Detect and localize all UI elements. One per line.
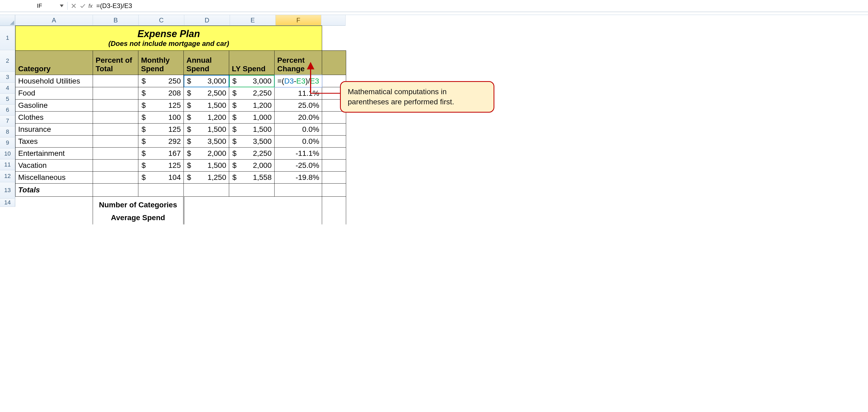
cell-C4[interactable]: $208 bbox=[138, 87, 184, 100]
cell-C11[interactable]: $104 bbox=[138, 171, 184, 183]
cell-A11[interactable]: Miscellaneous bbox=[16, 171, 93, 183]
cell-C5[interactable]: $125 bbox=[138, 99, 184, 111]
cell-F10[interactable]: -25.0% bbox=[275, 159, 322, 171]
cell-F9[interactable]: -11.1% bbox=[275, 147, 322, 159]
cell-A7[interactable]: Insurance bbox=[16, 123, 93, 135]
cell-B3[interactable] bbox=[93, 75, 138, 87]
cell-E7[interactable]: $1,500 bbox=[229, 123, 275, 135]
row-header-12[interactable]: 12 bbox=[0, 170, 15, 182]
row-header-8[interactable]: 8 bbox=[0, 127, 15, 137]
cell-D6[interactable]: $1,200 bbox=[184, 111, 229, 123]
cell-E8[interactable]: $3,500 bbox=[229, 135, 275, 147]
row-header-2[interactable]: 2 bbox=[0, 50, 15, 72]
title-sub: (Does not include mortgage and car) bbox=[16, 39, 321, 49]
row-header-10[interactable]: 10 bbox=[0, 148, 15, 159]
cell-A4[interactable]: Food bbox=[16, 87, 93, 100]
cell-F3[interactable]: =(D3-E3)/E3 bbox=[275, 75, 322, 87]
col-header-percent-total[interactable]: Percent of Total bbox=[93, 51, 138, 75]
row-header-13[interactable]: 13 bbox=[0, 182, 15, 199]
cell-C8[interactable]: $292 bbox=[138, 135, 184, 147]
cell-A10[interactable]: Vacation bbox=[16, 159, 93, 171]
cell-D9[interactable]: $2,000 bbox=[184, 147, 229, 159]
cancel-formula-button[interactable] bbox=[69, 1, 78, 10]
row-header-4[interactable]: 4 bbox=[0, 83, 15, 94]
title-main: Expense Plan bbox=[16, 27, 321, 39]
row-header-3[interactable]: 3 bbox=[0, 72, 15, 83]
row-header-6[interactable]: 6 bbox=[0, 105, 15, 115]
cell-F8[interactable]: 0.0% bbox=[275, 135, 322, 147]
totals-label[interactable]: Totals bbox=[16, 183, 93, 196]
cell-C9[interactable]: $167 bbox=[138, 147, 184, 159]
cell-D10[interactable]: $1,500 bbox=[184, 159, 229, 171]
col-header-pct-change[interactable]: Percent Change bbox=[275, 51, 322, 75]
cell-D11[interactable]: $1,250 bbox=[184, 171, 229, 183]
col-header-monthly[interactable]: Monthly Spend bbox=[138, 51, 184, 75]
row-header-7[interactable]: 7 bbox=[0, 115, 15, 127]
cell-E3[interactable]: $3,000 bbox=[229, 75, 275, 87]
cell-D7[interactable]: $1,500 bbox=[184, 123, 229, 135]
totals-D[interactable] bbox=[184, 183, 229, 196]
cell-E4[interactable]: $2,250 bbox=[229, 87, 275, 100]
cell-B10[interactable] bbox=[93, 159, 138, 171]
cell-C3[interactable]: $250 bbox=[138, 75, 184, 87]
cell-B9[interactable] bbox=[93, 147, 138, 159]
title-merged-cell[interactable]: Expense Plan (Does not include mortgage … bbox=[16, 26, 322, 51]
col-header-ly[interactable]: LY Spend bbox=[229, 51, 275, 75]
cell-F11[interactable]: -19.8% bbox=[275, 171, 322, 183]
cell-F7[interactable]: 0.0% bbox=[275, 123, 322, 135]
cell-D4[interactable]: $2,500 bbox=[184, 87, 229, 100]
cell-E10[interactable]: $2,000 bbox=[229, 159, 275, 171]
column-header-B[interactable]: B bbox=[93, 15, 138, 26]
cell-D5[interactable]: $1,500 bbox=[184, 99, 229, 111]
column-header-extra[interactable] bbox=[321, 15, 346, 26]
col-header-annual[interactable]: Annual Spend bbox=[184, 51, 229, 75]
fx-icon[interactable]: fx bbox=[88, 3, 93, 9]
row-header-5[interactable]: 5 bbox=[0, 94, 15, 105]
column-header-D[interactable]: D bbox=[184, 15, 230, 26]
cell-B4[interactable] bbox=[93, 87, 138, 100]
average-spend-label[interactable]: Average Spend bbox=[93, 213, 184, 225]
annotation-callout: Mathematical computations in parentheses… bbox=[340, 81, 494, 113]
cell-E9[interactable]: $2,250 bbox=[229, 147, 275, 159]
row-header-1[interactable]: 1 bbox=[0, 26, 15, 50]
cell-C10[interactable]: $125 bbox=[138, 159, 184, 171]
enter-formula-button[interactable] bbox=[78, 1, 87, 10]
cell-B7[interactable] bbox=[93, 123, 138, 135]
number-of-categories-label[interactable]: Number of Categories bbox=[93, 196, 184, 213]
row-header-9[interactable]: 9 bbox=[0, 137, 15, 148]
name-box[interactable]: IF bbox=[21, 2, 58, 10]
select-all-triangle[interactable] bbox=[0, 15, 15, 26]
cell-F5[interactable]: 25.0% bbox=[275, 99, 322, 111]
cell-E6[interactable]: $1,000 bbox=[229, 111, 275, 123]
totals-C[interactable] bbox=[138, 183, 184, 196]
totals-E[interactable] bbox=[229, 183, 275, 196]
row-header-11[interactable]: 11 bbox=[0, 159, 15, 170]
cell-E5[interactable]: $1,200 bbox=[229, 99, 275, 111]
formula-input[interactable]: =(D3-E3)/E3 bbox=[95, 2, 868, 10]
cell-C7[interactable]: $125 bbox=[138, 123, 184, 135]
cell-E11[interactable]: $1,558 bbox=[229, 171, 275, 183]
row-header-14[interactable]: 14 bbox=[0, 199, 15, 207]
column-header-E[interactable]: E bbox=[230, 15, 276, 26]
cell-B6[interactable] bbox=[93, 111, 138, 123]
svg-marker-0 bbox=[60, 4, 64, 7]
totals-F[interactable] bbox=[275, 183, 322, 196]
cell-A8[interactable]: Taxes bbox=[16, 135, 93, 147]
totals-B[interactable] bbox=[93, 183, 138, 196]
cell-A3[interactable]: Household Utilities bbox=[16, 75, 93, 87]
cell-A6[interactable]: Clothes bbox=[16, 111, 93, 123]
cell-C6[interactable]: $100 bbox=[138, 111, 184, 123]
cell-B8[interactable] bbox=[93, 135, 138, 147]
col-header-category[interactable]: Category bbox=[16, 51, 93, 75]
cell-D3[interactable]: $3,000 bbox=[184, 75, 229, 87]
column-header-F[interactable]: F bbox=[276, 15, 321, 26]
name-box-dropdown[interactable] bbox=[58, 2, 66, 10]
column-header-A[interactable]: A bbox=[15, 15, 93, 26]
cell-F6[interactable]: 20.0% bbox=[275, 111, 322, 123]
cell-B11[interactable] bbox=[93, 171, 138, 183]
cell-A5[interactable]: Gasoline bbox=[16, 99, 93, 111]
cell-D8[interactable]: $3,500 bbox=[184, 135, 229, 147]
column-header-C[interactable]: C bbox=[138, 15, 184, 26]
cell-B5[interactable] bbox=[93, 99, 138, 111]
cell-A9[interactable]: Entertainment bbox=[16, 147, 93, 159]
